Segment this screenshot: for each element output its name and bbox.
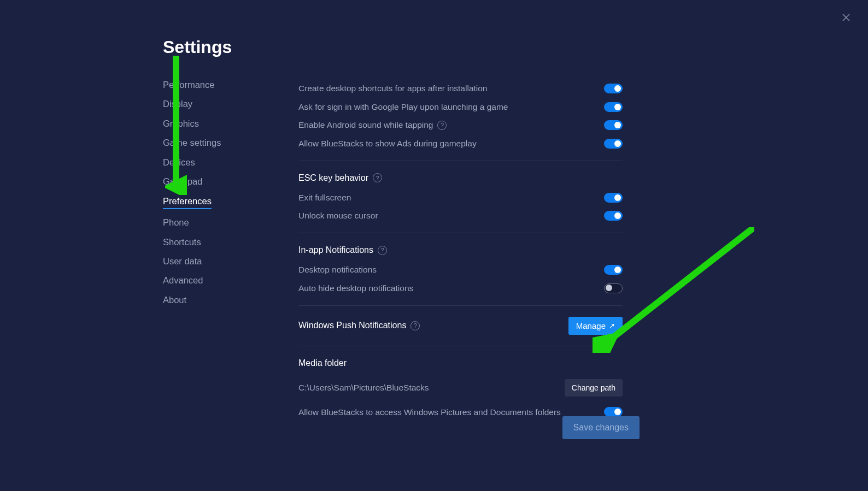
settings-sidebar: PerformanceDisplayGraphicsGame settingsD…: [163, 78, 282, 421]
media-folder-path: C:\Users\Sam\Pictures\BlueStacks: [298, 383, 429, 393]
section-title-inapp: In-app Notifications ?: [298, 242, 623, 261]
pref-toggle-3[interactable]: [604, 139, 623, 149]
sidebar-item-shortcuts[interactable]: Shortcuts: [163, 236, 201, 248]
setting-label: Ask for sign in with Google Play upon la…: [298, 101, 508, 113]
setting-label: Enable Android sound while tapping?: [298, 119, 447, 131]
setting-label: Exit fullscreen: [298, 192, 351, 204]
help-icon[interactable]: ?: [410, 321, 420, 330]
setting-label: Allow BlueStacks to show Ads during game…: [298, 138, 477, 150]
section-title-label: In-app Notifications: [298, 245, 373, 255]
sidebar-item-game-settings[interactable]: Game settings: [163, 137, 221, 149]
inapp-toggle-0[interactable]: [604, 265, 623, 275]
divider: [298, 233, 623, 233]
esc-toggle-1[interactable]: [604, 211, 623, 221]
save-changes-button[interactable]: Save changes: [562, 416, 640, 439]
sidebar-item-phone[interactable]: Phone: [163, 217, 189, 228]
divider: [298, 305, 623, 306]
section-title-push: Windows Push Notifications ?: [298, 321, 420, 330]
external-link-icon: ↗: [609, 322, 615, 330]
divider: [298, 161, 623, 161]
help-icon[interactable]: ?: [437, 121, 447, 130]
section-title-media: Media folder: [298, 355, 623, 376]
setting-label: Desktop notifications: [298, 264, 377, 276]
manage-button[interactable]: Manage ↗: [568, 317, 623, 335]
help-icon[interactable]: ?: [378, 246, 387, 255]
section-title-label: Media folder: [298, 358, 347, 368]
pref-toggle-0[interactable]: [604, 84, 623, 93]
sidebar-item-about[interactable]: About: [163, 294, 186, 306]
setting-label: Create desktop shortcuts for apps after …: [298, 82, 488, 94]
section-title-esc: ESC key behavior ?: [298, 170, 623, 188]
sidebar-item-advanced[interactable]: Advanced: [163, 275, 203, 286]
help-icon[interactable]: ?: [373, 173, 382, 182]
sidebar-item-devices[interactable]: Devices: [163, 157, 195, 168]
change-path-button[interactable]: Change path: [565, 379, 623, 397]
setting-label: Allow BlueStacks to access Windows Pictu…: [298, 406, 561, 418]
section-title-label: Windows Push Notifications: [298, 321, 406, 330]
manage-button-label: Manage: [576, 321, 606, 330]
sidebar-item-graphics[interactable]: Graphics: [163, 118, 199, 129]
inapp-toggle-1[interactable]: [604, 283, 623, 293]
setting-label: Unlock mouse cursor: [298, 210, 378, 222]
esc-toggle-0[interactable]: [604, 193, 623, 203]
sidebar-item-gamepad[interactable]: Gamepad: [163, 176, 202, 187]
sidebar-item-display[interactable]: Display: [163, 98, 192, 110]
settings-content: Create desktop shortcuts for apps after …: [282, 78, 868, 421]
pref-toggle-1[interactable]: [604, 102, 623, 112]
page-title: Settings: [163, 37, 868, 57]
setting-label: Auto hide desktop notifications: [298, 282, 413, 294]
close-icon: [841, 13, 851, 22]
section-title-label: ESC key behavior: [298, 173, 368, 183]
close-button[interactable]: [840, 11, 853, 24]
sidebar-item-performance[interactable]: Performance: [163, 79, 214, 91]
pref-toggle-2[interactable]: [604, 120, 623, 130]
sidebar-item-preferences[interactable]: Preferences: [163, 196, 212, 209]
divider: [298, 346, 623, 346]
sidebar-item-user-data[interactable]: User data: [163, 256, 202, 267]
toggle-allow-access[interactable]: [604, 407, 623, 417]
